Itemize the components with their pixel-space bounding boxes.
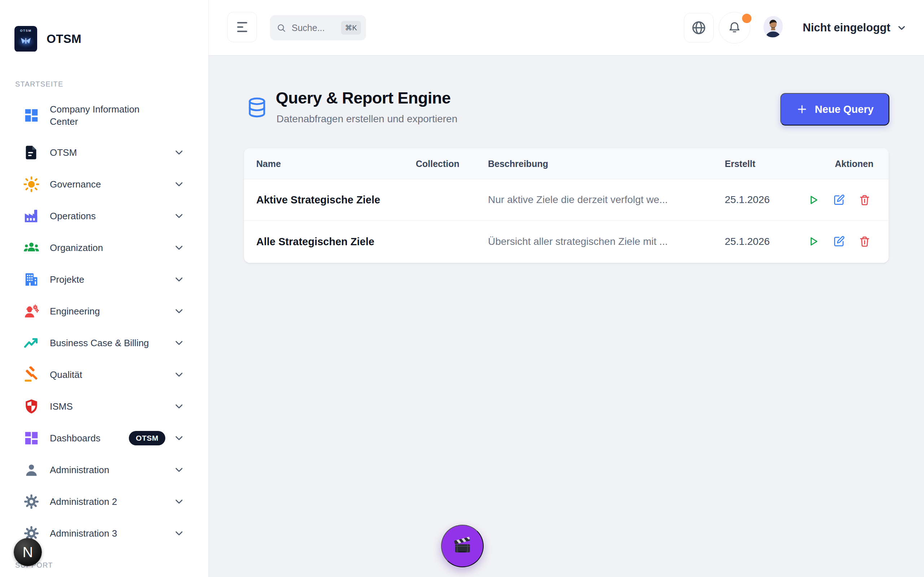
sidebar-item-organization[interactable]: Organization (0, 232, 208, 264)
language-button[interactable] (684, 13, 714, 43)
sidebar-item-label: Organization (50, 242, 103, 254)
chevron-down-icon (174, 464, 184, 475)
column-header-name: Name (256, 158, 281, 169)
run-query-button[interactable] (806, 193, 820, 206)
column-header-created: Erstellt (725, 158, 756, 169)
sidebar-item-projekte[interactable]: Projekte (0, 264, 208, 295)
otsm-badge: OTSM (129, 431, 165, 445)
delete-query-button[interactable] (858, 193, 871, 206)
app-logo-icon: OTSM (15, 26, 37, 52)
sidebar-item-label: Qualität (50, 369, 82, 381)
chevron-down-icon (174, 496, 184, 507)
dashboard-grid-icon (23, 107, 40, 124)
sidebar-item-label: Projekte (50, 273, 84, 285)
column-header-actions: Aktionen (835, 158, 874, 169)
new-query-button[interactable]: Neue Query (780, 93, 889, 126)
table-row[interactable]: Alle Strategischen Ziele Übersicht aller… (244, 221, 888, 262)
sidebar-item-label: OTSM (50, 147, 77, 159)
sidebar-item-administration[interactable]: Administration (0, 454, 208, 486)
chevron-down-icon (896, 23, 907, 33)
engineer-icon (23, 303, 40, 319)
avatar (762, 15, 785, 40)
delete-query-button[interactable] (858, 235, 871, 248)
clapperboard-icon (452, 536, 472, 556)
column-header-collection: Collection (416, 158, 459, 169)
query-name: Aktive Strategische Ziele (256, 194, 380, 206)
dashboard-grid-icon (23, 430, 40, 446)
query-name: Alle Strategischen Ziele (256, 235, 374, 247)
sidebar-item-isms[interactable]: ISMS (0, 390, 208, 422)
column-header-description: Beschreibung (488, 158, 548, 169)
page-subtitle: Datenabfragen erstellen und exportieren (276, 113, 457, 125)
search-icon (276, 23, 286, 33)
people-icon (23, 239, 40, 256)
search-shortcut-badge: ⌘K (341, 21, 361, 35)
chevron-down-icon (174, 242, 184, 253)
factory-icon (23, 208, 40, 224)
sidebar-item-dashboards[interactable]: Dashboards OTSM (0, 422, 208, 454)
sidebar-item-qualitaet[interactable]: Qualität (0, 359, 208, 390)
sidebar-item-label: Dashboards (50, 432, 100, 444)
sun-icon (23, 176, 40, 193)
sidebar-toggle-button[interactable] (228, 12, 257, 42)
chevron-down-icon (174, 274, 184, 285)
edit-icon (833, 194, 845, 206)
sidebar-item-label: Business Case & Billing (50, 337, 149, 349)
page-title: Query & Report Engine (276, 89, 451, 108)
trash-icon (859, 194, 871, 206)
query-created: 25.1.2026 (725, 194, 770, 206)
new-query-label: Neue Query (815, 103, 874, 115)
chevron-down-icon (174, 433, 184, 443)
sidebar-item-label: Administration 2 (50, 495, 117, 508)
recording-fab-button[interactable] (441, 525, 484, 567)
query-created: 25.1.2026 (725, 236, 770, 247)
sidebar-item-label: Operations (50, 210, 96, 222)
devtools-label: N (23, 544, 33, 561)
database-icon (247, 96, 267, 121)
query-description: Übersicht aller strategischen Ziele mit … (488, 236, 668, 247)
sidebar-item-label: ISMS (50, 400, 73, 413)
table-row[interactable]: Aktive Strategische Ziele Nur aktive Zie… (244, 179, 888, 221)
gear-icon (23, 493, 40, 510)
search-placeholder: Suche... (292, 23, 325, 33)
building-icon (23, 271, 40, 288)
edit-query-button[interactable] (832, 193, 846, 206)
brand[interactable]: OTSM OTSM (15, 26, 82, 52)
trash-icon (859, 235, 871, 247)
chevron-down-icon (174, 528, 184, 539)
search-input[interactable]: Suche... ⌘K (270, 15, 366, 40)
svg-text:OTSM: OTSM (20, 29, 31, 32)
sidebar-item-label: Company Information Center (50, 103, 162, 128)
chevron-down-icon (174, 306, 184, 317)
globe-icon (691, 20, 707, 36)
bell-icon (728, 21, 741, 35)
sidebar-section-startseite: STARTSEITE (15, 80, 63, 89)
document-icon (23, 144, 40, 161)
query-table: Name Collection Beschreibung Erstellt Ak… (244, 148, 888, 263)
person-icon (23, 462, 40, 478)
user-menu[interactable]: Nicht eingeloggt (762, 0, 907, 56)
sidebar-item-label: Administration (50, 464, 109, 476)
sidebar-item-label: Governance (50, 178, 101, 190)
chevron-down-icon (174, 369, 184, 380)
devtools-button[interactable]: N (14, 538, 42, 566)
edit-query-button[interactable] (832, 235, 846, 248)
sidebar-item-governance[interactable]: Governance (0, 168, 208, 200)
sidebar-item-label: Engineering (50, 305, 100, 318)
sidebar-item-engineering[interactable]: Engineering (0, 295, 208, 327)
sidebar-item-administration-2[interactable]: Administration 2 (0, 486, 208, 517)
sidebar-item-company-information-center[interactable]: Company Information Center (0, 94, 208, 137)
run-query-button[interactable] (806, 235, 820, 248)
top-header: Suche... ⌘K (208, 0, 924, 56)
sidebar-item-operations[interactable]: Operations (0, 200, 208, 232)
app-name: OTSM (47, 32, 82, 46)
sidebar-item-otsm[interactable]: OTSM (0, 137, 208, 168)
main-content: Query & Report Engine Datenabfragen erst… (208, 56, 924, 577)
chevron-down-icon (174, 211, 184, 221)
notifications-button[interactable] (719, 12, 750, 44)
gavel-icon (23, 366, 40, 383)
sidebar-item-business-case-billing[interactable]: Business Case & Billing (0, 327, 208, 359)
hamburger-icon (237, 22, 247, 23)
query-description: Nur aktive Ziele die derzeit verfolgt we… (488, 194, 668, 206)
chevron-down-icon (174, 401, 184, 412)
